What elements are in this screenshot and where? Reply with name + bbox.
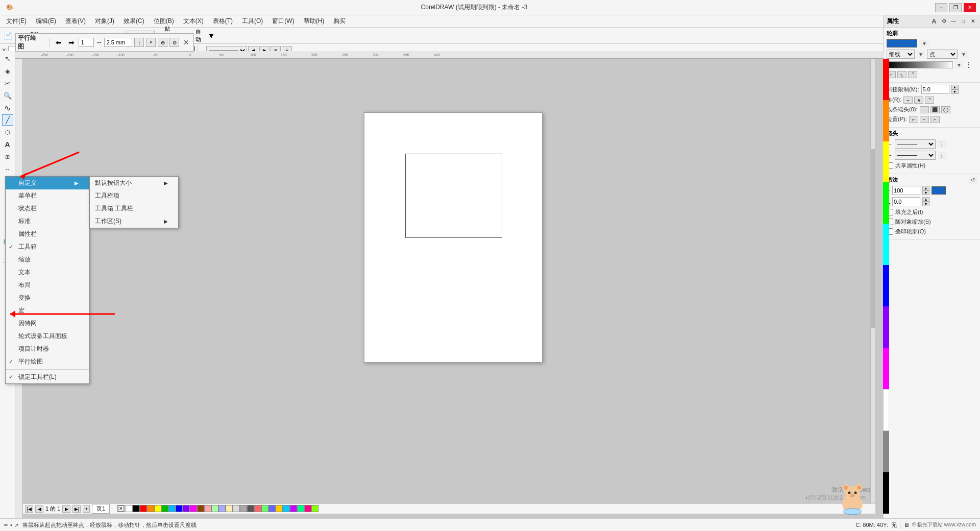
sub-default-button-size[interactable]: 默认按钮大小 ▶ [90,177,178,189]
outline-color-dropdown[interactable]: ▼ [919,40,929,47]
menu-object[interactable]: 对象(J) [91,16,118,27]
palette-light-gray[interactable] [233,505,240,512]
ctx-properties[interactable]: 属性栏 [6,228,89,240]
minimize-button[interactable]: － [935,3,947,12]
arrow-end-more[interactable]: ⋮ [938,152,946,159]
palette-blue[interactable] [176,505,183,512]
miter-up[interactable]: ▲ [951,85,959,89]
ctx-lock-toolbar[interactable]: ✓ 锁定工具栏(L) [6,371,89,383]
outline-style-select2[interactable]: 点 实线 [927,50,958,59]
page-next-btn[interactable]: ▶ [62,505,70,513]
cbar-magenta[interactable] [883,348,889,389]
outline-style-dropdown[interactable]: ▼ [960,51,968,58]
auto-button[interactable]: 自动 [192,30,204,41]
menu-tools[interactable]: 工具(O) [238,16,267,27]
palette-green[interactable] [161,505,168,512]
arrow-start-select[interactable]: ───── [895,139,936,149]
calligraphy-width-input[interactable] [892,186,920,195]
menu-window[interactable]: 窗口(W) [268,16,298,27]
arrow-start-more[interactable]: ⋮ [938,140,946,148]
pt-btn3[interactable]: ⌖ [146,38,156,47]
calligraphy-color-swatch[interactable] [932,186,946,195]
status-pencil-icon[interactable]: ✏ [4,522,8,528]
panel-icon-2[interactable]: ⚙ [940,18,948,25]
position-nub-3[interactable]: ⌐ [930,116,940,123]
palette-light-red[interactable] [204,505,211,512]
color-gradient-dropdown[interactable]: ▼ [955,61,963,68]
angle-nub-1[interactable]: ⌐ [903,96,913,104]
palette-gray[interactable] [240,505,247,512]
color-gradient-bar[interactable] [887,61,953,68]
menu-effects[interactable]: 效果(C) [119,16,149,27]
position-nub-1[interactable]: ⌐ [909,116,918,123]
menu-edit[interactable]: 编辑(E) [32,16,60,27]
ctx-wheel-panel[interactable]: 轮式设备工具面板 [6,330,89,343]
palette-gold[interactable] [276,505,283,512]
crop-tool[interactable]: ✂ [2,78,13,89]
page-tab-1[interactable]: 页1 [92,504,110,514]
select-tool[interactable]: ↖ [2,53,13,64]
outline-width-select[interactable]: 细线 1pt 2pt [887,50,915,59]
miter-input[interactable] [921,85,949,94]
ctx-macro[interactable]: 宏 [6,304,89,317]
ctx-transform[interactable]: 变换 [6,292,89,304]
corner-nub-2[interactable]: ┐ [897,71,906,78]
cbar-violet[interactable] [883,306,889,348]
ctx-project-timer[interactable]: 项目计时器 [6,343,89,355]
scrollbar-v-thumb[interactable] [871,149,875,329]
cbar-cyan[interactable] [883,224,889,265]
palette-white[interactable] [126,505,133,512]
page-prev-btn[interactable]: ◀ [35,505,43,513]
close-button[interactable]: ✕ [964,3,976,12]
palette-light-green[interactable] [211,505,218,512]
cbar-yellow[interactable] [883,141,889,183]
panel-close-x[interactable]: ✕ [969,18,977,25]
palette-lime[interactable] [261,505,268,512]
ctx-customize[interactable]: 自定义 ▶ [6,177,89,189]
ctx-internet[interactable]: 因特网 [6,317,89,330]
ctx-zoom[interactable]: 缩放 [6,253,89,266]
palette-orange[interactable] [147,505,154,512]
curve-tool[interactable]: ∿ [2,102,13,113]
cal-angle-down[interactable]: ▼ [922,202,929,206]
palette-light-yellow[interactable] [226,505,233,512]
panel-maximize[interactable]: □ [959,18,967,25]
palette-purple[interactable] [290,505,297,512]
text-tool[interactable]: A [2,139,13,150]
more-options-btn[interactable]: ⋮ [965,61,972,69]
palette-red[interactable] [140,505,147,512]
line-tool[interactable]: ╱ [2,114,13,126]
ctx-text[interactable]: 文本 [6,266,89,279]
position-nub-2[interactable]: ⌐ [920,116,929,123]
page-last-btn[interactable]: ▶| [72,505,81,513]
menu-view[interactable]: 查看(V) [61,16,90,27]
line-cap-nub-3[interactable]: ◯ [941,106,950,113]
ctx-status-bar[interactable]: 状态栏 [6,202,89,215]
page-first-btn[interactable]: |◀ [25,505,33,513]
palette-chartreuse[interactable] [311,505,318,512]
outline-width-dropdown[interactable]: ▼ [917,51,925,58]
cbar-gray[interactable] [883,431,889,472]
line-cap-nub-2[interactable]: ⬛ [930,106,940,113]
calligraphy-angle-input[interactable] [892,197,920,206]
cbar-black[interactable] [883,472,889,514]
status-arrow-icon[interactable]: ↗ [14,522,18,528]
palette-sky[interactable] [283,505,290,512]
cbar-green[interactable] [883,182,889,224]
cal-width-up[interactable]: ▲ [922,186,929,190]
pt-settings-btn[interactable]: ⋮ [134,38,144,47]
arrow-end-select[interactable]: ───── [895,151,936,160]
cal-width-down[interactable]: ▼ [922,190,929,195]
smart-fill-tool[interactable]: ⬡ [2,127,13,138]
cbar-orange[interactable] [883,100,889,141]
cbar-white[interactable] [883,389,889,431]
menu-table[interactable]: 表格(T) [209,16,237,27]
sub-workspace[interactable]: 工作区(S) ▶ [90,215,178,228]
line-cap-nub-1[interactable]: — [920,106,929,113]
palette-cyan[interactable] [168,505,176,512]
menu-text[interactable]: 文本(X) [179,16,208,27]
panel-icon-1[interactable]: A [930,18,938,25]
ctx-layout[interactable]: 布局 [6,279,89,292]
outline-color-swatch[interactable] [887,39,917,47]
ctx-menu-bar[interactable]: 菜单栏 [6,189,89,202]
